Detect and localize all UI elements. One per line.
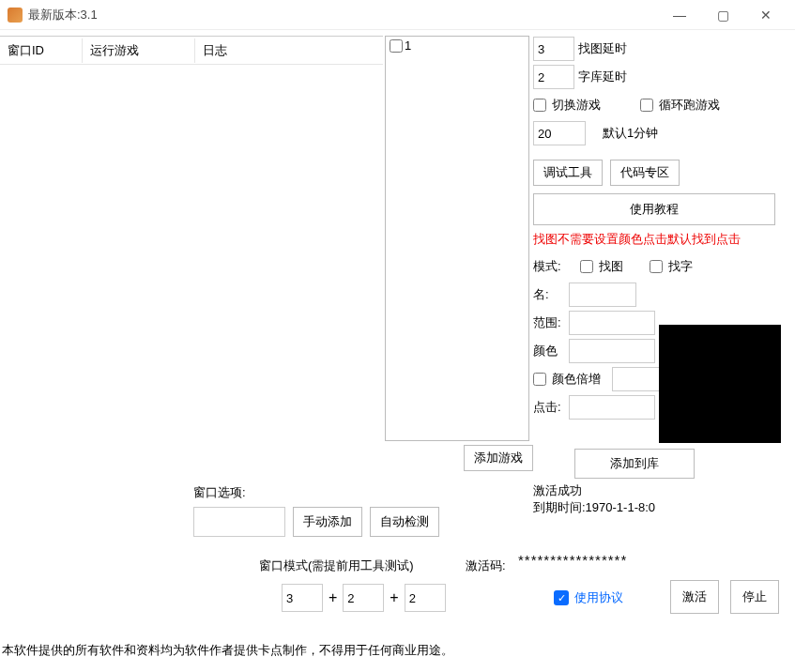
add-game-button[interactable]: 添加游戏 <box>464 445 533 471</box>
manual-add-button[interactable]: 手动添加 <box>293 507 362 537</box>
mode-label: 模式: <box>533 258 561 275</box>
minimize-button[interactable]: — <box>658 0 701 30</box>
auto-detect-button[interactable]: 自动检测 <box>370 507 439 537</box>
activation-status: 激活成功 到期时间:1970-1-1-8:0 <box>533 482 655 516</box>
stop-button[interactable]: 停止 <box>730 580 779 614</box>
col-window-id[interactable]: 窗口ID <box>0 38 83 63</box>
maximize-button[interactable]: ▢ <box>701 0 744 30</box>
game-label: 1 <box>405 38 411 53</box>
name-input[interactable] <box>569 283 636 307</box>
window-title: 最新版本:3.1 <box>28 7 658 23</box>
click-label: 点击: <box>533 399 569 416</box>
range-label: 范围: <box>533 314 569 331</box>
preview-box <box>659 325 781 443</box>
activation-code-input[interactable] <box>518 552 674 568</box>
window-buttons: — ▢ ✕ <box>658 0 787 30</box>
activation-expiry: 到期时间:1970-1-1-8:0 <box>533 499 655 516</box>
font-lib-delay-label: 字库延时 <box>578 69 627 85</box>
find-image-checkbox[interactable] <box>580 260 593 273</box>
col-running-game[interactable]: 运行游戏 <box>83 38 195 63</box>
click-input[interactable] <box>569 395 655 420</box>
add-to-library-button[interactable]: 添加到库 <box>574 449 695 479</box>
list-item[interactable]: 1 <box>386 37 528 54</box>
red-hint: 找图不需要设置颜色点击默认找到点击 <box>533 231 788 248</box>
color-multiply-label: 颜色倍增 <box>552 371 601 388</box>
mode-input-1[interactable] <box>282 584 323 612</box>
debug-button[interactable]: 调试工具 <box>533 160 603 186</box>
color-label: 颜色 <box>533 343 569 359</box>
loop-game-label: 循环跑游戏 <box>659 97 720 114</box>
mode-input-2[interactable] <box>343 584 384 612</box>
close-button[interactable]: ✕ <box>744 0 787 30</box>
range-input[interactable] <box>569 311 655 335</box>
window-handle-input[interactable] <box>193 507 285 537</box>
name-label: 名: <box>533 286 569 303</box>
window-mode-label: 窗口模式(需提前用工具测试) <box>259 557 414 574</box>
loop-game-checkbox[interactable] <box>640 99 653 112</box>
interval-label: 默认1分钟 <box>603 125 658 142</box>
agreement-row[interactable]: ✓ 使用协议 <box>554 589 623 606</box>
color-multiply-input[interactable] <box>612 367 665 391</box>
tutorial-button[interactable]: 使用教程 <box>533 193 775 225</box>
interval-input[interactable] <box>533 121 586 145</box>
main-table: 窗口ID 运行游戏 日志 <box>0 36 383 481</box>
app-icon <box>8 8 23 23</box>
find-image-delay-input[interactable] <box>533 37 574 61</box>
agreement-checkbox[interactable]: ✓ <box>554 590 569 605</box>
plus-icon: + <box>390 589 398 606</box>
find-text-checkbox[interactable] <box>650 260 663 273</box>
footer-text: 本软件提供的所有软件和资料均为软件作者提供卡点制作，不得用于任何商业用途。 <box>0 638 455 663</box>
window-options-header: 窗口选项: <box>193 484 439 501</box>
table-header: 窗口ID 运行游戏 日志 <box>0 37 383 65</box>
switch-game-label: 切换游戏 <box>552 97 601 114</box>
code-zone-button[interactable]: 代码专区 <box>610 160 680 186</box>
color-input[interactable] <box>569 339 655 363</box>
activate-button[interactable]: 激活 <box>670 580 719 614</box>
find-image-cb-label: 找图 <box>599 258 623 275</box>
agreement-label[interactable]: 使用协议 <box>574 589 623 606</box>
mode-input-3[interactable] <box>405 584 446 612</box>
find-image-delay-label: 找图延时 <box>578 40 627 57</box>
find-text-cb-label: 找字 <box>668 258 693 275</box>
font-lib-delay-input[interactable] <box>533 65 574 89</box>
game-list[interactable]: 1 <box>385 36 529 441</box>
col-log[interactable]: 日志 <box>195 38 383 63</box>
window-mode-inputs: + + <box>282 584 446 612</box>
activation-code-label: 激活码: <box>466 557 506 574</box>
activation-success: 激活成功 <box>533 482 655 499</box>
switch-game-checkbox[interactable] <box>533 99 546 112</box>
table-body[interactable] <box>0 65 383 481</box>
titlebar: 最新版本:3.1 — ▢ ✕ <box>0 0 795 30</box>
plus-icon: + <box>329 589 337 606</box>
game-checkbox[interactable] <box>390 39 403 53</box>
window-options: 窗口选项: 手动添加 自动检测 <box>193 484 439 544</box>
color-multiply-checkbox[interactable] <box>533 373 546 386</box>
